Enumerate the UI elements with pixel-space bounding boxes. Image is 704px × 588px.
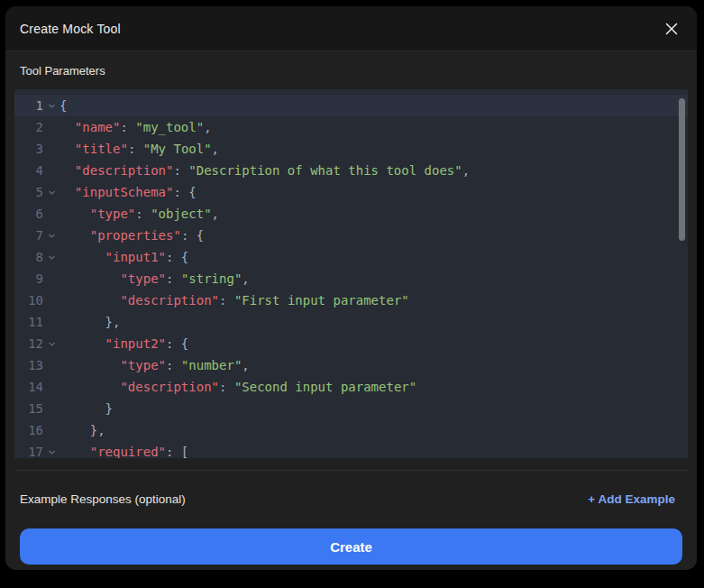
line-number: 9 <box>14 268 43 289</box>
code-line[interactable]: 6 "type": "object", <box>14 203 688 225</box>
code-token: : { <box>181 228 204 243</box>
dialog-body: Tool Parameters 1{2 "name": "my_tool",3 … <box>5 64 697 565</box>
line-number: 4 <box>14 160 43 181</box>
code-line[interactable]: 1{ <box>14 95 688 116</box>
fold-chevron-icon[interactable] <box>43 181 59 203</box>
code-token: , <box>212 142 219 156</box>
code-token: , <box>242 271 249 286</box>
dialog-header: Create Mock Tool <box>5 6 697 51</box>
code-text: "title": "My Tool", <box>59 138 219 160</box>
code-line[interactable]: 9 "type": "string", <box>14 268 688 289</box>
code-token: }, <box>105 315 121 329</box>
code-token <box>59 423 90 437</box>
code-text: "input2": { <box>59 333 188 354</box>
code-token <box>59 185 75 199</box>
code-token: : <box>166 271 181 286</box>
code-text: "properties": { <box>59 225 204 246</box>
fold-gutter-spacer <box>43 311 59 333</box>
code-token <box>59 142 75 156</box>
code-token <box>59 358 120 372</box>
line-number: 6 <box>14 203 43 225</box>
line-number: 1 <box>14 95 43 116</box>
chevron-down-icon <box>48 102 56 110</box>
fold-gutter-spacer <box>43 289 59 311</box>
line-number: 7 <box>14 225 43 246</box>
fold-chevron-icon[interactable] <box>43 246 59 268</box>
code-token: "properties" <box>90 228 181 243</box>
code-token: : { <box>166 336 188 351</box>
code-token: "type" <box>120 271 166 286</box>
dialog-title: Create Mock Tool <box>20 22 121 36</box>
code-line[interactable]: 11 }, <box>14 311 688 333</box>
x-close-glyph <box>665 23 678 35</box>
tool-parameters-editor[interactable]: 1{2 "name": "my_tool",3 "title": "My Too… <box>14 89 688 458</box>
code-token: "input1" <box>105 250 166 264</box>
code-line[interactable]: 5 "inputSchema": { <box>14 181 688 203</box>
code-text: "name": "my_tool", <box>59 116 212 138</box>
code-token: "input2" <box>105 336 166 351</box>
code-line[interactable]: 15 } <box>14 398 688 419</box>
code-line[interactable]: 2 "name": "my_tool", <box>14 116 688 138</box>
code-token: , <box>242 358 249 372</box>
code-token: "description" <box>120 293 219 308</box>
line-number: 10 <box>14 289 43 311</box>
example-responses-label: Example Responses (optional) <box>20 492 186 506</box>
code-line[interactable]: 17 "required": [ <box>14 441 688 458</box>
code-token <box>59 250 105 264</box>
create-button[interactable]: Create <box>20 528 682 565</box>
line-number: 2 <box>14 116 43 138</box>
code-text: "description": "Second input parameter" <box>59 376 416 398</box>
fold-chevron-icon[interactable] <box>43 225 59 246</box>
code-line[interactable]: 13 "type": "number", <box>14 354 688 376</box>
code-text: "type": "number", <box>59 354 250 376</box>
editor-scrollbar[interactable] <box>676 89 688 458</box>
code-text: "type": "string", <box>59 268 250 289</box>
code-token: : { <box>166 250 188 264</box>
fold-gutter-spacer <box>43 268 59 289</box>
line-number: 16 <box>14 419 43 441</box>
close-icon[interactable] <box>661 18 682 40</box>
code-line[interactable]: 7 "properties": { <box>14 225 688 246</box>
code-text: "inputSchema": { <box>59 181 197 203</box>
code-line[interactable]: 3 "title": "My Tool", <box>14 138 688 160</box>
code-line[interactable]: 12 "input2": { <box>14 333 688 354</box>
code-line[interactable]: 16 }, <box>14 419 688 441</box>
code-token: : <box>219 380 234 394</box>
fold-gutter-spacer <box>43 160 59 181</box>
line-number: 15 <box>14 398 43 419</box>
code-token: "My Tool" <box>143 142 212 156</box>
code-token: "name" <box>75 120 121 134</box>
code-token: "title" <box>75 142 128 156</box>
code-token <box>59 336 105 351</box>
code-token <box>59 163 75 178</box>
chevron-down-icon <box>48 340 56 348</box>
code-line[interactable]: 10 "description": "First input parameter… <box>14 289 688 311</box>
code-token: } <box>105 401 113 416</box>
code-text: "description": "First input parameter" <box>59 289 409 311</box>
fold-chevron-icon[interactable] <box>43 333 59 354</box>
code-token: : <box>128 142 143 156</box>
code-token <box>59 380 120 394</box>
code-token: "inputSchema" <box>75 185 174 199</box>
fold-chevron-icon[interactable] <box>43 441 59 458</box>
code-token: : <box>120 120 135 134</box>
code-line[interactable]: 8 "input1": { <box>14 246 688 268</box>
code-line[interactable]: 14 "description": "Second input paramete… <box>14 376 688 398</box>
line-number: 11 <box>14 311 43 333</box>
code-line[interactable]: 4 "description": "Description of what th… <box>14 160 688 181</box>
code-token <box>59 207 90 221</box>
code-token: : { <box>173 185 196 199</box>
code-token: : <box>135 207 151 221</box>
add-example-button[interactable]: + Add Example <box>575 492 688 506</box>
code-token: , <box>462 163 470 178</box>
code-text: "required": [ <box>59 441 188 458</box>
code-token: "my_tool" <box>135 120 204 134</box>
code-text: "type": "object", <box>59 203 219 225</box>
fold-chevron-icon[interactable] <box>43 95 59 116</box>
editor-scrollbar-thumb[interactable] <box>679 98 685 241</box>
chevron-down-icon <box>48 253 56 262</box>
code-token: , <box>212 207 219 221</box>
code-token: "type" <box>90 207 136 221</box>
code-token: "description" <box>75 163 174 178</box>
fold-gutter-spacer <box>43 354 59 376</box>
